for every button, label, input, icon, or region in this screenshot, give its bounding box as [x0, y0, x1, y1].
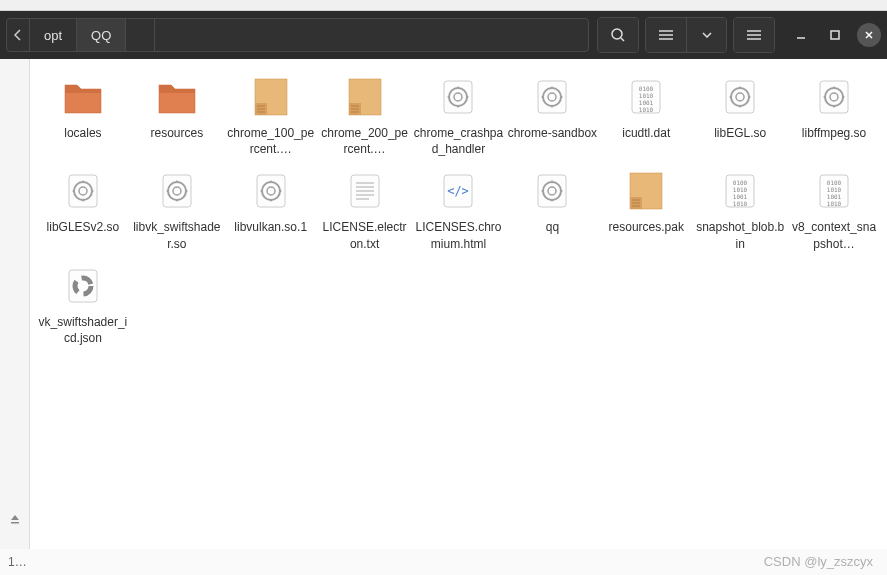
- file-label: LICENSE.electron.txt: [320, 219, 410, 251]
- file-item[interactable]: chrome_200_percent.…: [318, 69, 412, 161]
- file-item[interactable]: chrome_crashpad_handler: [412, 69, 506, 161]
- file-item[interactable]: vk_swiftshader_icd.json: [36, 258, 130, 350]
- file-label: qq: [546, 219, 559, 235]
- file-label: vk_swiftshader_icd.json: [38, 314, 128, 346]
- file-item[interactable]: qq: [505, 163, 599, 255]
- hamburger-icon: [746, 29, 762, 41]
- menubar-edge: [0, 0, 887, 11]
- svg-rect-12: [11, 522, 19, 524]
- watermark: CSDN @ly_zszcyx: [764, 554, 873, 569]
- status-text: 1…: [8, 555, 27, 569]
- executable-icon: [153, 167, 201, 215]
- executable-icon: [528, 167, 576, 215]
- executable-icon: [59, 167, 107, 215]
- file-item[interactable]: resources: [130, 69, 224, 161]
- svg-point-0: [612, 29, 622, 39]
- chevron-down-icon: [702, 32, 712, 38]
- file-item[interactable]: chrome_100_percent.…: [224, 69, 318, 161]
- file-label: chrome_200_percent.…: [320, 125, 410, 157]
- file-item[interactable]: snapshot_blob.bin: [693, 163, 787, 255]
- executable-icon: [716, 73, 764, 121]
- file-label: snapshot_blob.bin: [695, 219, 785, 251]
- binary-icon: [716, 167, 764, 215]
- file-item[interactable]: libvk_swiftshader.so: [130, 163, 224, 255]
- file-label: libGLESv2.so: [47, 219, 120, 235]
- file-item[interactable]: libffmpeg.so: [787, 69, 881, 161]
- file-item[interactable]: libGLESv2.so: [36, 163, 130, 255]
- status-bar: 1…: [0, 549, 887, 575]
- json-icon: [59, 262, 107, 310]
- view-list-button[interactable]: [646, 18, 686, 52]
- file-item[interactable]: icudtl.dat: [599, 69, 693, 161]
- executable-icon: [528, 73, 576, 121]
- file-item[interactable]: LICENSE.electron.txt: [318, 163, 412, 255]
- folder-icon: [59, 73, 107, 121]
- path-root[interactable]: [7, 19, 30, 51]
- view-dropdown-button[interactable]: [686, 18, 726, 52]
- window-controls: [789, 17, 881, 53]
- file-label: chrome_100_percent.…: [226, 125, 316, 157]
- path-dropdown[interactable]: [126, 19, 155, 51]
- package-icon: [341, 73, 389, 121]
- menu-button[interactable]: [734, 18, 774, 52]
- file-label: chrome_crashpad_handler: [414, 125, 504, 157]
- text-icon: [341, 167, 389, 215]
- file-label: resources: [150, 125, 203, 141]
- file-label: libffmpeg.so: [802, 125, 866, 141]
- folder-icon: [153, 73, 201, 121]
- executable-icon: [810, 73, 858, 121]
- file-label: resources.pak: [609, 219, 684, 235]
- minimize-button[interactable]: [789, 23, 813, 47]
- file-label: libEGL.so: [714, 125, 766, 141]
- file-item[interactable]: libvulkan.so.1: [224, 163, 318, 255]
- package-icon: [247, 73, 295, 121]
- svg-rect-9: [831, 31, 839, 39]
- file-grid: locales resources chrome_100_percent.… c…: [30, 59, 887, 549]
- maximize-icon: [829, 29, 841, 41]
- file-item[interactable]: LICENSES.chromium.html: [412, 163, 506, 255]
- file-label: chrome-sandbox: [508, 125, 597, 141]
- toolbar-actions: [591, 17, 881, 53]
- file-label: LICENSES.chromium.html: [414, 219, 504, 251]
- file-label: libvulkan.so.1: [234, 219, 307, 235]
- search-button[interactable]: [598, 18, 638, 52]
- path-bar: opt QQ: [6, 18, 589, 52]
- file-label: locales: [64, 125, 101, 141]
- file-item[interactable]: chrome-sandbox: [505, 69, 599, 161]
- file-label: icudtl.dat: [622, 125, 670, 141]
- breadcrumb-opt[interactable]: opt: [30, 19, 77, 51]
- file-item[interactable]: resources.pak: [599, 163, 693, 255]
- eject-icon: [9, 513, 21, 525]
- file-item[interactable]: locales: [36, 69, 130, 161]
- file-item[interactable]: v8_context_snapshot…: [787, 163, 881, 255]
- executable-icon: [434, 73, 482, 121]
- file-label: v8_context_snapshot…: [789, 219, 879, 251]
- file-label: libvk_swiftshader.so: [132, 219, 222, 251]
- header-toolbar: opt QQ: [0, 11, 887, 59]
- executable-icon: [247, 167, 295, 215]
- html-icon: [434, 167, 482, 215]
- maximize-button[interactable]: [823, 23, 847, 47]
- package-icon: [622, 167, 670, 215]
- search-icon: [610, 27, 626, 43]
- sidebar: [0, 59, 30, 549]
- list-icon: [658, 29, 674, 41]
- close-button[interactable]: [857, 23, 881, 47]
- svg-line-1: [621, 38, 624, 41]
- binary-icon: [810, 167, 858, 215]
- close-icon: [863, 29, 875, 41]
- breadcrumb-qq[interactable]: QQ: [77, 19, 126, 51]
- binary-icon: [622, 73, 670, 121]
- file-item[interactable]: libEGL.so: [693, 69, 787, 161]
- eject-button[interactable]: [0, 499, 29, 539]
- minimize-icon: [795, 29, 807, 41]
